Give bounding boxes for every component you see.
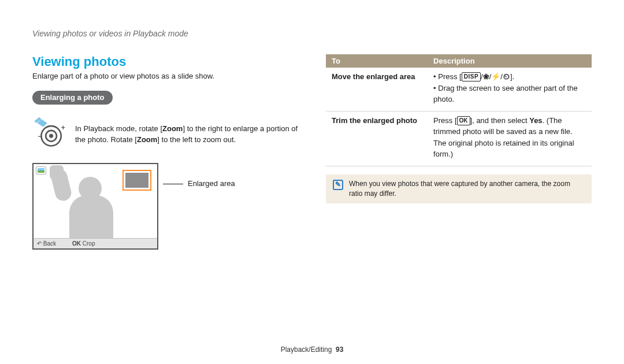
back-icon: ↶	[37, 240, 42, 247]
table-row: Move the enlarged area • Press [DISP/❀/⚡…	[326, 68, 592, 111]
row-description: Press [OK], and then select Yes. (The tr…	[428, 111, 592, 166]
timer-icon: ⏲	[503, 72, 510, 81]
col-description: Description	[428, 54, 592, 68]
col-to: To	[326, 54, 428, 68]
section-title: Viewing photos	[32, 54, 298, 69]
section-subtitle: Enlarge part of a photo or view photos a…	[32, 72, 298, 80]
flash-icon: ⚡	[491, 72, 500, 81]
table-row: Trim the enlarged photo Press [OK], and …	[326, 111, 592, 166]
subheading-pill: Enlarging a photo	[32, 91, 113, 105]
row-label: Move the enlarged area	[326, 68, 428, 111]
camera-screenshot: ↶ Back OK Crop	[32, 163, 158, 250]
svg-text:−: −	[38, 132, 42, 140]
svg-text:+: +	[61, 124, 65, 132]
note-icon: ✎	[333, 180, 343, 190]
zoom-instruction: In Playback mode, rotate [Zoom] to the r…	[75, 124, 298, 146]
note-text: When you view photos that were captured …	[349, 179, 585, 199]
ok-button-icon: OK	[457, 116, 470, 125]
row-label: Trim the enlarged photo	[326, 111, 428, 166]
row-description: • Press [DISP/❀/⚡/⏲]. • Drag the screen …	[428, 68, 592, 111]
zoom-dial-icon: − +	[32, 116, 67, 153]
gallery-chip-icon	[36, 166, 46, 174]
macro-icon: ❀	[483, 72, 489, 81]
breadcrumb: Viewing photos or videos in Playback mod…	[32, 29, 592, 38]
note-box: ✎ When you view photos that were capture…	[326, 174, 592, 204]
right-column: To Description Move the enlarged area • …	[326, 54, 592, 250]
disp-button-icon: DISP	[462, 72, 481, 81]
leader-line	[163, 184, 183, 184]
description-table: To Description Move the enlarged area • …	[326, 54, 592, 166]
enlarged-area-callout	[122, 170, 151, 191]
camera-statusbar: ↶ Back OK Crop	[34, 238, 157, 248]
left-column: Viewing photos Enlarge part of a photo o…	[32, 54, 298, 250]
enlarged-area-caption: Enlarged area	[188, 179, 235, 188]
page-footer: Playback/Editing 93	[0, 346, 624, 354]
svg-point-2	[49, 134, 53, 138]
photo-silhouette	[50, 169, 119, 238]
